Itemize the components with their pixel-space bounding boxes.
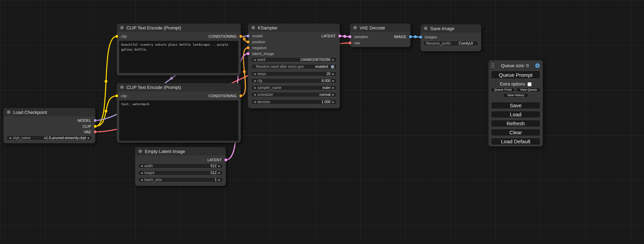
decrease-arrow-icon[interactable]: ◀: [254, 72, 256, 76]
decrease-arrow-icon[interactable]: ◀: [141, 178, 143, 182]
load-button[interactable]: Load: [491, 111, 540, 118]
increase-arrow-icon[interactable]: ▶: [218, 171, 220, 175]
latent-output-slot[interactable]: LATENT: [321, 33, 340, 39]
images-input-slot[interactable]: images: [421, 34, 437, 40]
vae-input-slot[interactable]: vae: [350, 40, 360, 46]
node-title-bar[interactable]: KSampler: [248, 24, 340, 32]
conditioning-output-dot[interactable]: [239, 35, 242, 38]
settings-gear-icon[interactable]: [535, 63, 540, 68]
image-output-dot[interactable]: [409, 35, 412, 38]
next-value-arrow-icon[interactable]: ▶: [332, 85, 334, 90]
positive-prompt-textarea[interactable]: beautiful scenery nature glass bottle la…: [119, 41, 238, 73]
node-clip-text-encode-negative[interactable]: CLIP Text Encode (Prompt) clip CONDITION…: [117, 83, 241, 143]
node-vae-decode[interactable]: VAE Decode samples vae IMAGE: [350, 24, 411, 47]
toggle-on-indicator[interactable]: [331, 65, 334, 69]
load-default-button[interactable]: Load Default: [491, 138, 540, 145]
node-title-bar[interactable]: Save Image: [421, 24, 481, 33]
ckpt-name-widget[interactable]: ◀ ckpt_name v1-5-pruned-emaonly.ckpt ▶: [6, 135, 92, 141]
increase-arrow-icon[interactable]: ▶: [218, 178, 220, 182]
denoise-widget[interactable]: ◀ denoise 1.000 ▶: [251, 99, 337, 105]
collapse-dot-icon[interactable]: [120, 26, 124, 29]
decrease-arrow-icon[interactable]: ◀: [141, 164, 143, 168]
collapse-dot-icon[interactable]: [353, 26, 357, 29]
decrease-arrow-icon[interactable]: ◀: [254, 57, 256, 62]
conditioning-output-slot[interactable]: CONDITIONING: [209, 34, 241, 39]
collapse-dot-icon[interactable]: [252, 26, 255, 29]
steps-widget[interactable]: ◀ steps 20 ▶: [251, 71, 337, 76]
positive-input-slot[interactable]: positive: [248, 39, 265, 45]
cfg-widget[interactable]: ◀ cfg 8.000 ▶: [251, 78, 337, 83]
clear-button[interactable]: Clear: [491, 129, 540, 136]
negative-input-slot[interactable]: negative: [248, 45, 267, 51]
vae-output-dot[interactable]: [94, 130, 97, 133]
sampler-name-widget[interactable]: ◀ sampler_name euler ▶: [251, 85, 337, 90]
latent-input-dot[interactable]: [349, 35, 351, 38]
negative-prompt-textarea[interactable]: text, watermark: [119, 100, 238, 141]
save-button[interactable]: Save: [491, 102, 540, 109]
next-value-arrow-icon[interactable]: ▶: [88, 136, 90, 140]
node-clip-text-encode-positive[interactable]: CLIP Text Encode (Prompt) clip CONDITION…: [117, 24, 241, 75]
clip-output-slot[interactable]: CLIP: [83, 124, 95, 129]
latent-output-dot[interactable]: [224, 159, 227, 161]
latent-output-dot[interactable]: [338, 35, 341, 37]
collapse-dot-icon[interactable]: [139, 150, 142, 153]
refresh-button[interactable]: Refresh: [491, 120, 540, 127]
collapse-dot-icon[interactable]: [120, 85, 124, 89]
decrease-arrow-icon[interactable]: ◀: [254, 100, 256, 104]
collapse-dot-icon[interactable]: [424, 27, 427, 30]
latent-input-dot[interactable]: [247, 52, 249, 55]
vae-output-slot[interactable]: VAE: [84, 129, 95, 135]
view-queue-button[interactable]: View Queue: [517, 88, 540, 92]
clip-input-dot[interactable]: [115, 94, 118, 97]
prev-value-arrow-icon[interactable]: ◀: [254, 92, 256, 97]
model-input-slot[interactable]: model: [248, 33, 263, 39]
prev-value-arrow-icon[interactable]: ◀: [9, 136, 11, 140]
node-ksampler[interactable]: KSampler model positive negative latent_…: [248, 24, 340, 108]
clip-input-slot[interactable]: clip: [117, 93, 127, 99]
node-title-bar[interactable]: Empty Latent Image: [135, 147, 226, 155]
view-history-button[interactable]: View History: [503, 93, 528, 98]
node-load-checkpoint[interactable]: Load Checkpoint MODEL CLIP VAE ◀ ckpt_na…: [3, 108, 95, 143]
prev-value-arrow-icon[interactable]: ◀: [254, 85, 256, 90]
increase-arrow-icon[interactable]: ▶: [218, 164, 220, 168]
conditioning-output-dot[interactable]: [239, 94, 242, 97]
height-widget[interactable]: ◀ height 512 ▶: [138, 170, 223, 175]
clip-input-dot[interactable]: [115, 35, 118, 38]
node-graph-canvas[interactable]: Load Checkpoint MODEL CLIP VAE ◀ ckpt_na…: [0, 0, 644, 244]
decrease-arrow-icon[interactable]: ◀: [254, 79, 256, 83]
random-seed-toggle-widget[interactable]: Random seed after every gen enabled: [251, 64, 337, 69]
queue-prompt-button[interactable]: Queue Prompt: [491, 71, 540, 79]
conditioning-input-dot[interactable]: [247, 46, 249, 49]
vae-input-dot[interactable]: [349, 42, 351, 44]
model-output-dot[interactable]: [94, 119, 97, 122]
menu-drag-handle-icon[interactable]: [491, 63, 495, 68]
clip-output-dot[interactable]: [94, 125, 97, 128]
node-empty-latent-image[interactable]: Empty Latent Image LATENT ◀ width 512 ▶ …: [135, 147, 226, 186]
decrease-arrow-icon[interactable]: ◀: [141, 171, 143, 175]
increase-arrow-icon[interactable]: ▶: [332, 79, 334, 83]
extra-options-checkbox[interactable]: [528, 82, 531, 86]
model-input-dot[interactable]: [247, 35, 249, 37]
node-title-bar[interactable]: CLIP Text Encode (Prompt): [117, 83, 241, 91]
samples-input-slot[interactable]: samples: [350, 34, 368, 39]
filename-prefix-widget[interactable]: filename_prefix ComfyUI: [423, 41, 478, 46]
conditioning-input-dot[interactable]: [247, 40, 249, 43]
latent-output-slot[interactable]: LATENT: [208, 157, 226, 163]
increase-arrow-icon[interactable]: ▶: [332, 57, 334, 62]
node-title-bar[interactable]: CLIP Text Encode (Prompt): [117, 24, 241, 32]
next-value-arrow-icon[interactable]: ▶: [332, 92, 334, 97]
batch-size-widget[interactable]: ◀ batch_size 1 ▶: [138, 177, 223, 182]
image-input-dot[interactable]: [419, 36, 422, 38]
node-title-bar[interactable]: Load Checkpoint: [3, 108, 95, 116]
node-save-image[interactable]: Save Image images filename_prefix ComfyU…: [421, 24, 481, 51]
increase-arrow-icon[interactable]: ▶: [332, 72, 334, 76]
scheduler-widget[interactable]: ◀ scheduler normal ▶: [251, 92, 337, 97]
clip-input-slot[interactable]: clip: [117, 34, 127, 39]
node-title-bar[interactable]: VAE Decode: [350, 24, 411, 32]
width-widget[interactable]: ◀ width 512 ▶: [138, 163, 223, 169]
latent-image-input-slot[interactable]: latent_image: [248, 51, 274, 56]
increase-arrow-icon[interactable]: ▶: [332, 100, 334, 104]
queue-front-button[interactable]: Queue Front: [491, 88, 515, 92]
seed-widget[interactable]: ◀ seed 156680208700286 ▶: [251, 57, 337, 62]
collapse-dot-icon[interactable]: [7, 110, 10, 114]
